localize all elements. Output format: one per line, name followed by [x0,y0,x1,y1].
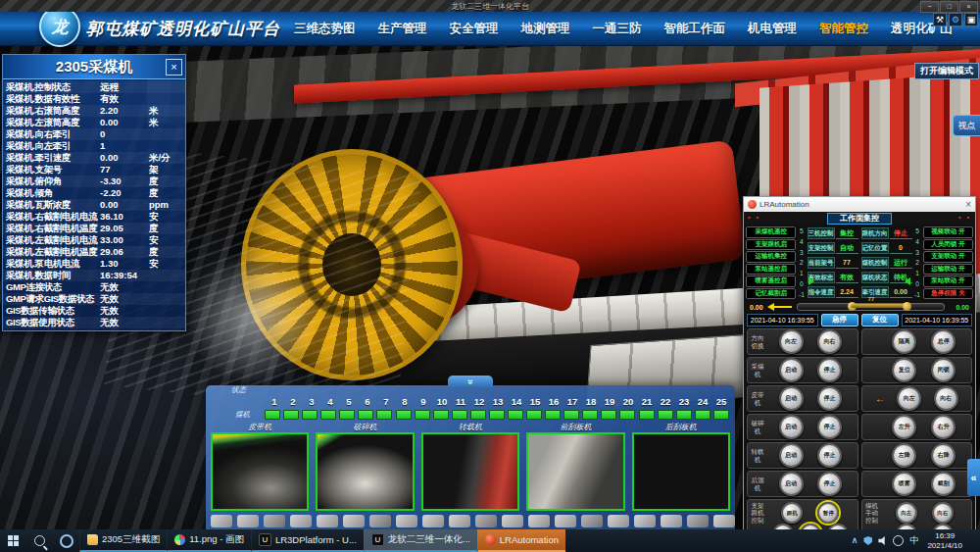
control-button[interactable]: 运输机集控 [746,251,796,263]
group-button[interactable]: 向右 [932,502,954,524]
device-button[interactable]: 停止 [817,386,842,411]
thumbnail-item[interactable] [687,515,709,527]
device-button[interactable]: 复位 [892,358,916,382]
nav-menu-item[interactable]: 三维态势图 [294,21,356,37]
nav-menu-item[interactable]: 智能工作面 [664,21,726,37]
thumbnail-item[interactable] [502,515,523,527]
device-button[interactable]: 向右 [817,329,842,354]
device-button[interactable]: 向右 [934,386,958,411]
collapse-down-button[interactable]: « [448,376,493,388]
face-control-tab[interactable]: 工作面集控 [827,213,892,225]
thumbnail-item[interactable] [634,515,656,527]
taskbar-task[interactable]: 2305三维截图 [79,529,167,552]
control-button[interactable]: 记忆截割启 [746,288,796,300]
thumbnail-item[interactable] [343,515,365,527]
taskbar-task[interactable]: LRAutomation [477,529,565,552]
thumbnail-item[interactable] [608,515,629,527]
thumbnail-item[interactable] [237,515,259,527]
lrautomation-close-icon[interactable]: × [965,199,971,210]
nav-menu-item[interactable]: 地测管理 [521,21,570,37]
group-button[interactable]: 跟机 [781,502,803,524]
minimize-button[interactable]: − [920,1,939,13]
control-button[interactable]: 泵站遥控启 [746,264,796,276]
thumbnail-item[interactable] [369,515,391,527]
cortana-button[interactable] [53,529,79,552]
layout-icon[interactable]: ▣ [964,13,978,26]
nav-menu-item[interactable]: 机电管理 [748,21,797,37]
defender-icon[interactable] [863,536,872,545]
camera-thumbnail[interactable] [316,432,414,511]
control-button[interactable]: 人员闭锁 开 [923,239,973,251]
device-button[interactable]: 闭锁 [931,358,956,382]
device-button[interactable]: 向左 [779,329,804,354]
thumbnail-item[interactable] [475,515,497,527]
search-button[interactable] [26,529,53,552]
thumbnail-item[interactable] [528,515,550,527]
start-button[interactable] [0,529,26,552]
collapse-panel-tab[interactable]: « [967,459,980,496]
position-slider[interactable]: 77 [797,303,945,311]
clock[interactable]: 16:39 2021/4/10 [924,531,965,549]
viewpoint-tab[interactable]: 视点 [953,115,980,136]
thumbnail-item[interactable] [290,515,312,527]
device-button[interactable]: 停止 [817,472,842,496]
device-button[interactable]: 隔离 [892,329,916,354]
device-button[interactable]: 停止 [817,358,842,382]
emergency-stop-button[interactable]: 急停 [821,314,858,326]
nav-menu-item[interactable]: 智能管控 [819,21,868,37]
tray-expand-icon[interactable]: ∧ [852,529,858,552]
thumbnail-item[interactable] [264,515,285,527]
control-button[interactable]: 泵站联动 开 [923,276,973,287]
device-button[interactable]: 启动 [779,358,804,382]
shearer-panel-close-icon[interactable]: × [166,59,182,75]
control-button[interactable]: 喷雾遥控启 [746,276,796,287]
thumbnail-item[interactable] [211,515,232,527]
maximize-button[interactable]: □ [940,1,958,13]
control-button[interactable]: 视频联动 开 [923,226,973,238]
control-button[interactable]: 运输联动 开 [923,264,973,276]
thumbnail-item[interactable] [661,515,682,527]
volume-icon[interactable] [878,536,887,545]
camera-thumbnail[interactable] [421,432,519,511]
tools-icon[interactable]: ⚒ [933,13,947,26]
thumbnail-item[interactable] [581,515,603,527]
device-button[interactable]: 启动 [779,443,804,468]
device-button[interactable]: 总停 [931,329,956,354]
camera-thumbnail[interactable] [526,432,624,511]
camera-thumbnail[interactable] [632,432,730,511]
thumbnail-item[interactable] [555,515,576,527]
nav-menu-item[interactable]: 安全管理 [450,21,499,37]
ime-indicator[interactable]: 中 [909,529,918,552]
device-button[interactable]: 停止 [817,443,842,468]
thumbnail-item[interactable] [422,515,444,527]
taskbar-task[interactable]: 11.png - 画图 [167,529,251,552]
network-icon[interactable] [893,535,904,546]
camera-thumbnail[interactable] [211,432,309,511]
device-button[interactable]: 喷雾 [892,472,916,496]
taskbar-task[interactable]: LR3DPlatform - U... [251,529,364,552]
thumbnail-item[interactable] [713,515,735,527]
device-button[interactable]: 启动 [779,386,804,411]
device-button[interactable]: 右升 [931,415,956,439]
thumbnail-item[interactable] [317,515,338,527]
nav-menu-item[interactable]: 一通三防 [593,21,642,37]
control-button[interactable]: 采煤机遥控 [746,226,796,238]
device-button[interactable]: 左升 [892,415,916,439]
gear-icon[interactable]: ⚙ [949,13,962,26]
device-button[interactable]: 向左 [897,386,921,411]
reset-button[interactable]: 复位 [861,314,899,326]
thumbnail-item[interactable] [449,515,470,527]
control-button[interactable]: 急停权限 关 [923,288,973,300]
device-button[interactable]: 停止 [817,415,842,439]
taskbar-task[interactable]: 龙软二三维一体化... [364,529,477,552]
device-button[interactable]: 启动 [779,472,804,496]
control-button[interactable]: 支架跟机启 [746,239,796,251]
control-button[interactable]: 支架联动 开 [923,251,973,263]
device-button[interactable]: 启动 [779,415,804,439]
open-edit-mode-button[interactable]: 打开编辑模式 [914,63,979,79]
group-button[interactable]: 向左 [896,502,917,524]
close-button[interactable]: × [959,1,978,13]
device-button[interactable]: 右降 [931,443,956,468]
device-button[interactable]: 截割 [931,472,956,496]
thumbnail-item[interactable] [396,515,417,527]
